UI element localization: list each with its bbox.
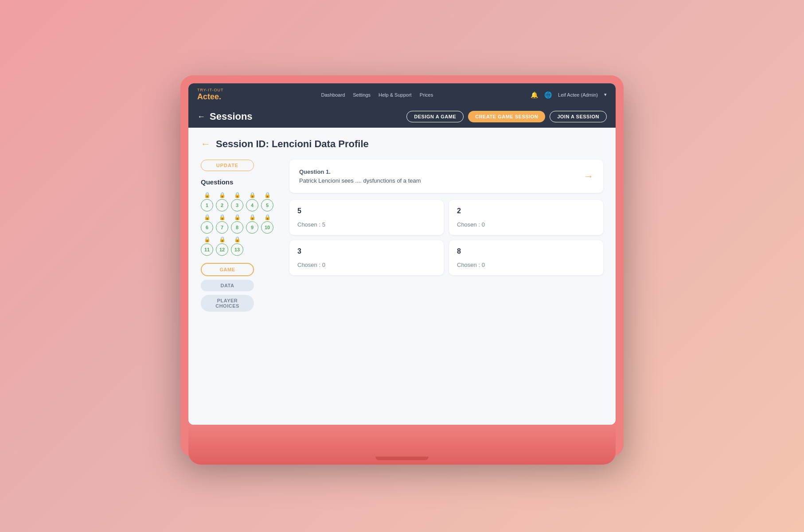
answer-value-2: 2 — [457, 207, 595, 215]
join-session-button[interactable]: JOIN A SESSION — [550, 111, 607, 122]
question-item-8[interactable]: 🔒 8 — [231, 214, 243, 234]
bell-icon[interactable]: 🔔 — [531, 91, 538, 98]
question-item-7[interactable]: 🔒 7 — [216, 214, 228, 234]
nav-sessions: ← Sessions — [197, 111, 253, 122]
left-buttons: GAME DATA PLAYER CHOICES — [201, 263, 281, 312]
nav-link-settings[interactable]: Settings — [353, 92, 371, 98]
nav-actions: DESIGN A GAME CREATE GAME SESSION JOIN A… — [406, 111, 607, 122]
nav-page-title: Sessions — [210, 111, 253, 122]
globe-icon[interactable]: 🌐 — [544, 91, 552, 98]
right-panel: Question 1. Patrick Lencioni sees .... d… — [289, 160, 603, 312]
question-item-11[interactable]: 🔒 11 — [201, 236, 213, 256]
chosen-text-2: Chosen : 0 — [457, 221, 595, 228]
answer-card-1: 5 Chosen : 5 — [289, 200, 444, 235]
lock-icon-10: 🔒 — [264, 214, 271, 220]
user-label[interactable]: Leif Actee (Admin) — [558, 92, 598, 98]
session-back-arrow[interactable]: ← — [201, 138, 211, 150]
lock-icon-12: 🔒 — [219, 236, 226, 243]
questions-label: Questions — [201, 178, 281, 186]
next-question-arrow[interactable]: → — [584, 171, 593, 182]
chevron-down-icon: ▾ — [604, 92, 607, 98]
nav-bar: TRY-IT-OUT Actee. Dashboard Settings Hel… — [188, 83, 616, 128]
chosen-text-1: Chosen : 5 — [297, 221, 436, 228]
lock-icon-7: 🔒 — [219, 214, 226, 220]
lock-icon-3: 🔒 — [234, 192, 241, 198]
question-text: Question 1. Patrick Lencioni sees .... d… — [299, 168, 421, 185]
update-button[interactable]: UPDATE — [201, 160, 254, 171]
laptop-notch — [375, 457, 429, 460]
lock-icon-9: 🔒 — [249, 214, 256, 220]
nav-right: 🔔 🌐 Leif Actee (Admin) ▾ — [531, 91, 607, 98]
answer-value-4: 8 — [457, 247, 595, 255]
game-button[interactable]: GAME — [201, 263, 254, 276]
nav-links: Dashboard Settings Help & Support Prices — [321, 92, 433, 98]
question-item-1[interactable]: 🔒 1 — [201, 192, 213, 211]
player-choices-button[interactable]: PLAYER CHOICES — [201, 295, 254, 312]
content-area: ← Session ID: Lencioni Data Profile UPDA… — [188, 128, 616, 425]
lock-icon-13: 🔒 — [234, 236, 241, 243]
question-card: Question 1. Patrick Lencioni sees .... d… — [289, 160, 603, 193]
left-panel: UPDATE Questions 🔒 1 🔒 2 🔒 — [201, 160, 281, 312]
answer-card-4: 8 Chosen : 0 — [449, 240, 603, 275]
answer-value-1: 5 — [297, 207, 436, 215]
try-it-out-label: TRY-IT-OUT — [197, 88, 224, 92]
question-grid: 🔒 1 🔒 2 🔒 3 🔒 4 — [201, 192, 281, 256]
question-item-4[interactable]: 🔒 4 — [246, 192, 258, 211]
design-game-button[interactable]: DESIGN A GAME — [406, 111, 464, 122]
lock-icon-2: 🔒 — [219, 192, 226, 198]
lock-icon-1: 🔒 — [204, 192, 211, 198]
question-label: Question 1. — [299, 168, 331, 175]
session-title-row: ← Session ID: Lencioni Data Profile — [201, 138, 603, 150]
lock-icon-11: 🔒 — [204, 236, 211, 243]
session-title: Session ID: Lencioni Data Profile — [216, 138, 369, 150]
brand: TRY-IT-OUT Actee. — [197, 88, 224, 102]
answer-card-3: 3 Chosen : 0 — [289, 240, 444, 275]
chosen-text-3: Chosen : 0 — [297, 262, 436, 268]
question-item-13[interactable]: 🔒 13 — [231, 236, 243, 256]
answer-card-2: 2 Chosen : 0 — [449, 200, 603, 235]
chosen-text-4: Chosen : 0 — [457, 262, 595, 268]
question-item-2[interactable]: 🔒 2 — [216, 192, 228, 211]
create-game-session-button[interactable]: CREATE GAME SESSION — [468, 111, 545, 122]
question-item-6[interactable]: 🔒 6 — [201, 214, 213, 234]
nav-link-help[interactable]: Help & Support — [379, 92, 412, 98]
answers-grid: 5 Chosen : 5 2 Chosen : 0 3 Chosen : 0 — [289, 200, 603, 275]
answer-value-3: 3 — [297, 247, 436, 255]
main-layout: UPDATE Questions 🔒 1 🔒 2 🔒 — [201, 160, 603, 312]
lock-icon-6: 🔒 — [204, 214, 211, 220]
laptop-screen: TRY-IT-OUT Actee. Dashboard Settings Hel… — [188, 83, 616, 425]
question-item-12[interactable]: 🔒 12 — [216, 236, 228, 256]
logo: Actee. — [197, 92, 221, 102]
nav-link-dashboard[interactable]: Dashboard — [321, 92, 345, 98]
lock-icon-4: 🔒 — [249, 192, 256, 198]
data-button[interactable]: DATA — [201, 280, 254, 291]
question-body: Patrick Lencioni sees .... dysfunctions … — [299, 177, 421, 184]
laptop-frame: TRY-IT-OUT Actee. Dashboard Settings Hel… — [180, 75, 624, 457]
nav-back-button[interactable]: ← — [197, 112, 205, 121]
question-item-5[interactable]: 🔒 5 — [261, 192, 273, 211]
question-item-3[interactable]: 🔒 3 — [231, 192, 243, 211]
question-item-9[interactable]: 🔒 9 — [246, 214, 258, 234]
question-item-10[interactable]: 🔒 10 — [261, 214, 273, 234]
laptop-base — [188, 425, 616, 465]
lock-icon-8: 🔒 — [234, 214, 241, 220]
lock-icon-5: 🔒 — [264, 192, 271, 198]
nav-link-prices[interactable]: Prices — [420, 92, 433, 98]
